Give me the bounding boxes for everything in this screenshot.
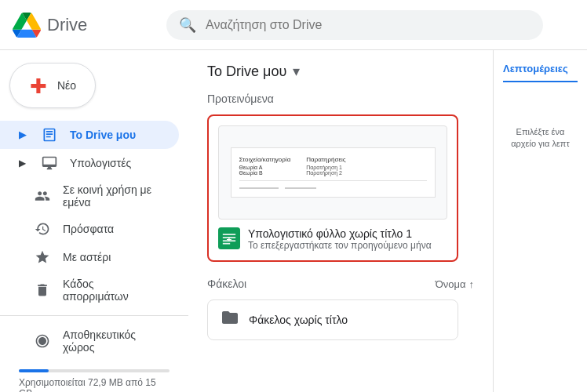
- storage-section: Χρησιμοποιείται 72,9 MB από 15 GB: [0, 360, 188, 392]
- sidebar-divider: [0, 315, 188, 316]
- plus-icon: ✚: [29, 76, 48, 95]
- sheets-icon: +: [218, 227, 240, 249]
- sidebar-item-my-drive[interactable]: ▶ Το Drive μου: [0, 121, 179, 149]
- sidebar-item-recent[interactable]: Πρόσφατα: [0, 215, 179, 243]
- logo-text: Drive: [47, 15, 87, 35]
- trash-icon: [35, 282, 50, 298]
- computers-icon: [42, 155, 57, 171]
- folders-label: Φάκελοι: [207, 278, 246, 290]
- sidebar-item-recent-label: Πρόσφατα: [63, 223, 114, 235]
- chevron-icon-2: ▶: [19, 158, 26, 169]
- sidebar-item-my-drive-label: Το Drive μου: [70, 129, 136, 141]
- select-file-message: Επιλέξτε ένα αρχείο για λεπτ: [503, 126, 578, 151]
- new-button-label: Νέο: [57, 79, 76, 92]
- recent-icon: [35, 221, 50, 237]
- folder-item[interactable]: Φάκελος χωρίς τίτλο: [207, 299, 458, 340]
- search-input[interactable]: [206, 18, 530, 32]
- sidebar-item-starred-label: Με αστέρι: [63, 251, 111, 263]
- folder-icon: [221, 308, 239, 332]
- suggested-file-card[interactable]: Στοιχεία/κατηγορία Θεωρία Α Θεωρία Β Παρ…: [207, 114, 458, 262]
- shared-icon: [35, 188, 50, 204]
- starred-icon: [35, 249, 50, 265]
- svg-text:+: +: [227, 234, 232, 244]
- sidebar-item-starred[interactable]: Με αστέρι: [0, 243, 179, 271]
- chevron-down-icon[interactable]: ▾: [293, 63, 300, 80]
- sidebar-storage-item[interactable]: Αποθηκευτικός χώρος: [0, 322, 179, 360]
- page-title-row: Το Drive μου ▾: [207, 63, 474, 80]
- sidebar-item-shared[interactable]: Σε κοινή χρήση με εμένα: [0, 177, 179, 215]
- my-drive-icon: [42, 127, 57, 143]
- drive-logo-icon: [13, 11, 41, 39]
- sidebar-item-trash-label: Κάδος απορριμάτων: [63, 278, 160, 303]
- right-panel: Λεπτομέρειες Επιλέξτε ένα αρχείο για λεπ…: [493, 50, 587, 392]
- sidebar: ✚ Νέο ▶ Το Drive μου ▶ Υπολογιστές Σε κο…: [0, 50, 188, 392]
- file-name: Υπολογιστικό φύλλο χωρίς τίτλο 1: [248, 227, 432, 240]
- sort-label: Όνομα: [436, 278, 466, 290]
- sidebar-item-computers-label: Υπολογιστές: [70, 157, 131, 169]
- sidebar-item-computers[interactable]: ▶ Υπολογιστές: [0, 149, 179, 177]
- storage-icon: [35, 333, 50, 349]
- suggested-section-label: Προτεινόμενα: [207, 93, 474, 105]
- folders-row: Φάκελοι Όνομα ↑: [207, 278, 474, 290]
- layout: ✚ Νέο ▶ Το Drive μου ▶ Υπολογιστές Σε κο…: [0, 50, 587, 392]
- storage-used-text: Χρησιμοποιείται 72,9 MB από 15 GB: [19, 377, 170, 392]
- new-button[interactable]: ✚ Νέο: [9, 63, 96, 108]
- main-content: Το Drive μου ▾ Προτεινόμενα Στοιχεία/κατ…: [188, 50, 493, 392]
- chevron-icon: ▶: [19, 129, 26, 140]
- sidebar-item-shared-label: Σε κοινή χρήση με εμένα: [63, 183, 160, 209]
- folder-name: Φάκελος χωρίς τίτλο: [249, 314, 348, 326]
- sort-up-icon: ↑: [469, 278, 475, 290]
- sidebar-item-trash[interactable]: Κάδος απορριμάτων: [0, 271, 179, 309]
- storage-bar: [19, 369, 170, 372]
- card-info: + Υπολογιστικό φύλλο χωρίς τίτλο 1 Το επ…: [218, 227, 447, 251]
- storage-label: Αποθηκευτικός χώρος: [63, 328, 160, 354]
- header: Drive 🔍: [0, 0, 587, 50]
- sort-row[interactable]: Όνομα ↑: [436, 278, 474, 290]
- file-description: Το επεξεργαστήκατε τον προηγούμενο μήνα: [248, 240, 432, 251]
- page-title: Το Drive μου: [207, 64, 286, 80]
- search-icon: 🔍: [179, 16, 196, 34]
- logo-area: Drive: [13, 11, 154, 39]
- file-preview: Στοιχεία/κατηγορία Θεωρία Α Θεωρία Β Παρ…: [218, 125, 447, 220]
- storage-fill: [19, 369, 49, 372]
- details-tab[interactable]: Λεπτομέρειες: [503, 63, 578, 82]
- search-bar[interactable]: 🔍: [166, 10, 543, 40]
- card-text: Υπολογιστικό φύλλο χωρίς τίτλο 1 Το επεξ…: [248, 227, 432, 251]
